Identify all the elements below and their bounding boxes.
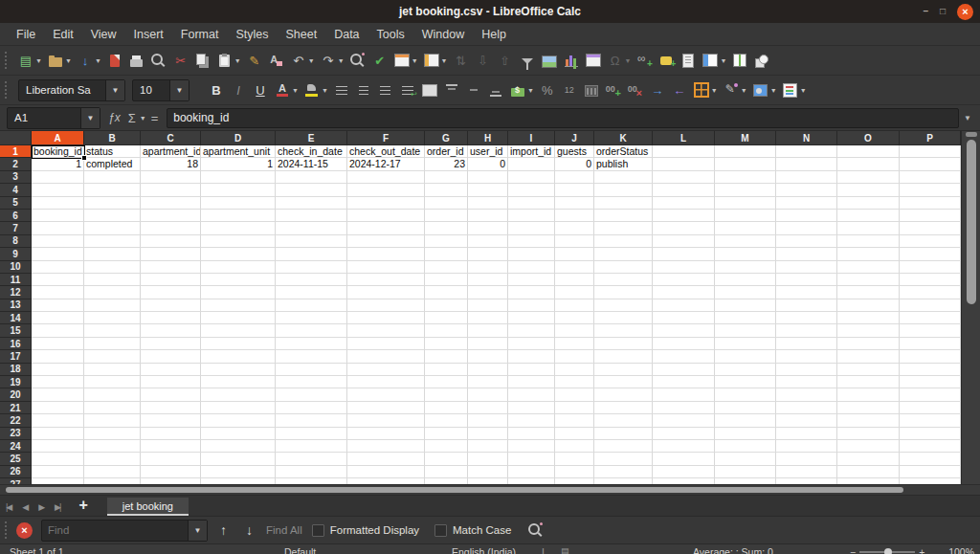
cell-I26[interactable] bbox=[508, 466, 555, 478]
cell-O26[interactable] bbox=[837, 466, 900, 478]
cell-O16[interactable] bbox=[837, 338, 900, 350]
cell-D23[interactable] bbox=[201, 428, 276, 440]
cell-N9[interactable] bbox=[776, 248, 837, 260]
cell-O4[interactable] bbox=[837, 184, 900, 196]
cell-A20[interactable] bbox=[32, 388, 84, 401]
format-as-percent-button[interactable]: % bbox=[537, 78, 558, 101]
cell-J22[interactable] bbox=[555, 414, 594, 427]
row-header-7[interactable]: 7 bbox=[0, 222, 32, 234]
paste-dropdown-arrow[interactable]: ▼ bbox=[234, 57, 241, 64]
cell-O3[interactable] bbox=[837, 171, 900, 184]
row-header-2[interactable]: 2 bbox=[0, 158, 32, 170]
name-box[interactable]: A1 ▼ bbox=[7, 107, 100, 129]
cell-O14[interactable] bbox=[837, 312, 900, 324]
cell-N23[interactable] bbox=[776, 428, 837, 440]
column-header-L[interactable]: L bbox=[653, 131, 715, 145]
row-header-23[interactable]: 23 bbox=[0, 428, 32, 440]
cell-F25[interactable] bbox=[347, 453, 425, 465]
cell-J24[interactable] bbox=[555, 440, 594, 453]
cell-K14[interactable] bbox=[594, 312, 653, 324]
insert-comment-button[interactable] bbox=[656, 49, 677, 72]
cell-K3[interactable] bbox=[594, 171, 653, 184]
cell-E4[interactable] bbox=[276, 184, 347, 196]
redo-dropdown-arrow[interactable]: ▼ bbox=[338, 57, 345, 64]
cell-O1[interactable] bbox=[837, 145, 900, 158]
cell-G23[interactable] bbox=[425, 428, 468, 440]
cell-L8[interactable] bbox=[653, 235, 715, 248]
page-style[interactable]: Default bbox=[284, 546, 316, 554]
cell-I19[interactable] bbox=[508, 376, 555, 388]
cell-J17[interactable] bbox=[555, 350, 594, 363]
sheet-tab-jet-booking[interactable]: jet booking bbox=[107, 498, 189, 516]
cell-B2[interactable]: completed bbox=[84, 158, 141, 170]
chevron-down-icon[interactable]: ▼ bbox=[188, 521, 207, 541]
column-header-O[interactable]: O bbox=[837, 131, 900, 145]
cell-M14[interactable] bbox=[715, 312, 776, 324]
cell-A24[interactable] bbox=[32, 440, 84, 453]
cell-M6[interactable] bbox=[715, 210, 776, 222]
cell-K25[interactable] bbox=[594, 453, 653, 465]
border-style-dropdown-arrow[interactable]: ▼ bbox=[741, 87, 747, 94]
cell-M16[interactable] bbox=[715, 338, 776, 350]
cell-J8[interactable] bbox=[555, 235, 594, 248]
cell-B19[interactable] bbox=[84, 376, 141, 388]
formula-toggle-icon[interactable]: = bbox=[146, 111, 164, 125]
cell-H10[interactable] bbox=[468, 261, 508, 274]
cell-G2[interactable]: 23 bbox=[425, 158, 468, 170]
cell-A18[interactable] bbox=[32, 364, 84, 376]
cell-L18[interactable] bbox=[653, 364, 715, 376]
cell-C1[interactable]: apartment_id bbox=[141, 145, 201, 158]
cell-M1[interactable] bbox=[715, 145, 776, 158]
cell-L10[interactable] bbox=[653, 261, 715, 274]
cell-F16[interactable] bbox=[347, 338, 425, 350]
cell-C15[interactable] bbox=[141, 324, 201, 337]
cell-H15[interactable] bbox=[468, 324, 508, 337]
cell-I2[interactable] bbox=[508, 158, 555, 170]
cell-N6[interactable] bbox=[776, 210, 837, 222]
cell-E23[interactable] bbox=[276, 428, 347, 440]
cell-N19[interactable] bbox=[776, 376, 837, 388]
cell-C19[interactable] bbox=[141, 376, 201, 388]
cell-L6[interactable] bbox=[653, 210, 715, 222]
cell-C20[interactable] bbox=[141, 388, 201, 401]
cell-F6[interactable] bbox=[347, 210, 425, 222]
menu-tools[interactable]: Tools bbox=[368, 26, 413, 43]
cell-D5[interactable] bbox=[201, 197, 276, 210]
cell-E1[interactable]: check_in_date bbox=[276, 145, 347, 158]
cell-I13[interactable] bbox=[508, 299, 555, 312]
cell-K11[interactable] bbox=[594, 274, 653, 286]
cell-L23[interactable] bbox=[653, 428, 715, 440]
cell-M26[interactable] bbox=[715, 466, 776, 478]
cell-A23[interactable] bbox=[32, 428, 84, 440]
cell-I1[interactable]: import_id bbox=[508, 145, 555, 158]
cell-G21[interactable] bbox=[425, 402, 468, 414]
cell-E10[interactable] bbox=[276, 261, 347, 274]
cell-N10[interactable] bbox=[776, 261, 837, 274]
row-header-11[interactable]: 11 bbox=[0, 274, 32, 286]
cell-G12[interactable] bbox=[425, 286, 468, 299]
align-right-button[interactable] bbox=[375, 78, 396, 101]
insert-hyperlink-button[interactable] bbox=[634, 49, 655, 72]
row-header-24[interactable]: 24 bbox=[0, 440, 32, 453]
cell-M13[interactable] bbox=[715, 299, 776, 312]
cell-M10[interactable] bbox=[715, 261, 776, 274]
chevron-down-icon[interactable]: ▼ bbox=[80, 108, 100, 128]
autofilter-button[interactable] bbox=[517, 49, 538, 72]
cell-I17[interactable] bbox=[508, 350, 555, 363]
split-window-button[interactable] bbox=[729, 49, 750, 72]
cell-C5[interactable] bbox=[141, 197, 201, 210]
cell-B23[interactable] bbox=[84, 428, 141, 440]
cell-P26[interactable] bbox=[900, 466, 961, 478]
cell-D8[interactable] bbox=[201, 235, 276, 248]
cell-F20[interactable] bbox=[347, 388, 425, 401]
cell-E9[interactable] bbox=[276, 248, 347, 260]
cell-C3[interactable] bbox=[141, 171, 201, 184]
cell-C18[interactable] bbox=[141, 364, 201, 376]
menu-help[interactable]: Help bbox=[473, 26, 515, 43]
cell-K2[interactable]: publish bbox=[594, 158, 653, 170]
cell-D20[interactable] bbox=[201, 388, 276, 401]
cell-L2[interactable] bbox=[653, 158, 715, 170]
cell-H4[interactable] bbox=[468, 184, 508, 196]
cell-E13[interactable] bbox=[276, 299, 347, 312]
match-case-checkbox[interactable] bbox=[434, 524, 447, 537]
